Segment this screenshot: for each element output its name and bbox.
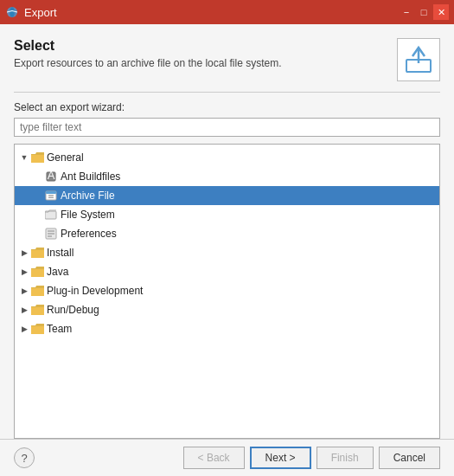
title-bar-left: Export bbox=[5, 5, 57, 19]
close-button[interactable]: ✕ bbox=[433, 4, 449, 20]
tree-item-ant-buildfiles[interactable]: A Ant Buildfiles bbox=[15, 167, 439, 186]
next-button[interactable]: Next > bbox=[250, 447, 311, 469]
tree-item-file-system[interactable]: File System bbox=[15, 205, 439, 224]
cancel-button[interactable]: Cancel bbox=[379, 447, 440, 469]
tree-item-label-ant-buildfiles: Ant Buildfiles bbox=[61, 170, 120, 183]
eclipse-icon bbox=[5, 5, 19, 19]
tree-item-install[interactable]: ▶ Install bbox=[15, 243, 439, 262]
svg-point-1 bbox=[10, 7, 15, 17]
content-area: Select Export resources to an archive fi… bbox=[0, 24, 454, 439]
tree-container[interactable]: ▼ General A Ant Buildfiles bbox=[14, 144, 440, 439]
folder-icon-install bbox=[30, 246, 44, 260]
tree-item-label-install: Install bbox=[47, 247, 74, 259]
maximize-button[interactable]: □ bbox=[416, 4, 432, 20]
header-section: Select Export resources to an archive fi… bbox=[14, 38, 440, 81]
tree-item-label-general: General bbox=[47, 151, 84, 164]
title-bar-controls: − □ ✕ bbox=[399, 4, 449, 20]
expand-icon-plugin: ▶ bbox=[18, 285, 30, 297]
filter-input[interactable] bbox=[14, 118, 440, 137]
expand-icon-run-debug: ▶ bbox=[18, 304, 30, 316]
expand-icon-ant bbox=[32, 170, 44, 183]
bottom-area: ? < Back Next > Finish Cancel bbox=[0, 439, 454, 476]
ant-icon: A bbox=[44, 170, 58, 183]
tree-item-run-debug[interactable]: ▶ Run/Debug bbox=[15, 300, 439, 319]
tree-item-team[interactable]: ▶ Team bbox=[15, 319, 439, 338]
tree-item-plugin-development[interactable]: ▶ Plug-in Development bbox=[15, 281, 439, 300]
tree-item-label-plugin-development: Plug-in Development bbox=[47, 285, 143, 297]
tree-item-archive-file[interactable]: Archive File bbox=[15, 186, 439, 205]
folder-icon-team bbox=[30, 322, 44, 336]
expand-icon-general: ▼ bbox=[18, 151, 30, 164]
tree-item-label-archive-file: Archive File bbox=[61, 190, 115, 202]
expand-icon-filesystem bbox=[32, 209, 44, 221]
expand-icon-java: ▶ bbox=[18, 266, 30, 278]
filesystem-icon bbox=[44, 208, 58, 222]
help-button[interactable]: ? bbox=[14, 447, 35, 468]
expand-icon-preferences bbox=[32, 228, 44, 240]
prefs-icon bbox=[44, 227, 58, 241]
minimize-button[interactable]: − bbox=[399, 4, 414, 20]
expand-icon-install: ▶ bbox=[18, 247, 30, 259]
back-button[interactable]: < Back bbox=[183, 447, 245, 469]
archive-icon bbox=[44, 189, 58, 203]
page-subtitle: Export resources to an archive file on t… bbox=[14, 57, 281, 69]
export-icon bbox=[397, 38, 440, 81]
svg-text:A: A bbox=[48, 170, 55, 182]
header-text: Select Export resources to an archive fi… bbox=[14, 38, 281, 69]
tree-item-label-team: Team bbox=[47, 323, 72, 335]
expand-icon-archive bbox=[32, 190, 44, 202]
page-title: Select bbox=[14, 38, 281, 54]
filter-label: Select an export wizard: bbox=[14, 101, 440, 113]
tree-item-label-run-debug: Run/Debug bbox=[47, 304, 99, 316]
folder-icon-run-debug bbox=[30, 303, 44, 317]
folder-icon-java bbox=[30, 265, 44, 279]
folder-icon-plugin bbox=[30, 284, 44, 298]
tree-item-label-java: Java bbox=[47, 266, 68, 278]
tree-item-label-preferences: Preferences bbox=[61, 228, 117, 240]
folder-icon bbox=[30, 151, 44, 164]
header-divider bbox=[14, 92, 440, 93]
expand-icon-team: ▶ bbox=[18, 323, 30, 335]
finish-button[interactable]: Finish bbox=[317, 447, 374, 469]
tree-item-general[interactable]: ▼ General bbox=[15, 148, 439, 167]
title-bar-title: Export bbox=[24, 6, 57, 19]
svg-rect-8 bbox=[48, 195, 54, 196]
nav-buttons: < Back Next > Finish Cancel bbox=[183, 447, 440, 469]
tree-item-label-file-system: File System bbox=[61, 209, 115, 221]
tree-item-java[interactable]: ▶ Java bbox=[15, 262, 439, 281]
svg-rect-9 bbox=[48, 197, 54, 199]
title-bar: Export − □ ✕ bbox=[0, 0, 454, 24]
button-row: ? < Back Next > Finish Cancel bbox=[14, 447, 440, 469]
tree-item-preferences[interactable]: Preferences bbox=[15, 224, 439, 243]
svg-rect-7 bbox=[46, 191, 56, 194]
